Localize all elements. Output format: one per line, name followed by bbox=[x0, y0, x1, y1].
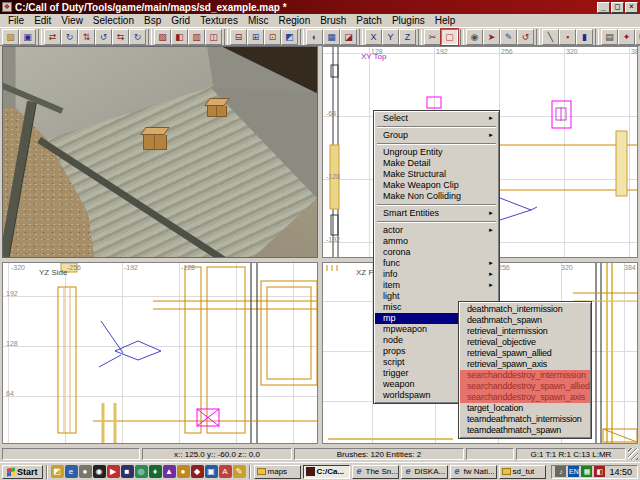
viewport-yz-side[interactable]: YZ Side bbox=[2, 262, 318, 444]
toolbar-bend-mode-icon[interactable]: ✎ bbox=[500, 29, 517, 45]
language-indicator-icon[interactable]: EN bbox=[568, 466, 579, 477]
submenu-item-deathmatch-spawn[interactable]: deathmatch_spawn bbox=[460, 315, 590, 326]
toolbar-axis-x-icon[interactable]: X bbox=[365, 29, 382, 45]
toolbar-rotate-x-icon[interactable]: ↻ bbox=[61, 29, 78, 45]
menu-plugins[interactable]: Plugins bbox=[387, 14, 430, 27]
menu-file[interactable]: File bbox=[3, 14, 29, 27]
viewport-3d-camera[interactable] bbox=[2, 46, 318, 258]
context-item-corona[interactable]: corona bbox=[375, 247, 498, 258]
toolbar-free-rotation-icon[interactable]: ↺ bbox=[517, 29, 534, 45]
volume-icon[interactable]: ♪ bbox=[555, 466, 566, 477]
toolbar-csg-subtract-icon[interactable]: ⊟ bbox=[230, 29, 247, 45]
toolbar-flip-y-icon[interactable]: ⇅ bbox=[78, 29, 95, 45]
toolbar-axis-z-icon[interactable]: Z bbox=[399, 29, 416, 45]
toolbar-texture-view-icon[interactable]: ▦ bbox=[323, 29, 340, 45]
tray-app-1-icon[interactable]: ▦ bbox=[581, 466, 592, 477]
toolbar-select-complete-tall-icon[interactable]: ▧ bbox=[154, 29, 171, 45]
submenu-item-retrieval-spawn-allied[interactable]: retrieval_spawn_allied bbox=[460, 348, 590, 359]
submenu-item-teamdeathmatch-intermission[interactable]: teamdeathmatch_intermission bbox=[460, 414, 590, 425]
submenu-item-retrieval-objective[interactable]: retrieval_objective bbox=[460, 337, 590, 348]
taskbar-task-sd-tut[interactable]: sd_tut bbox=[499, 465, 546, 479]
resize-grip[interactable] bbox=[628, 448, 638, 460]
toolbar-texture-flush-icon[interactable]: ✦ bbox=[618, 29, 635, 45]
toolbar-rotate-z-icon[interactable]: ↻ bbox=[129, 29, 146, 45]
submenu-item-deathmatch-intermission[interactable]: deathmatch_intermission bbox=[460, 304, 590, 315]
maximize-button[interactable]: □ bbox=[611, 2, 624, 13]
toolbar-console-window-icon[interactable]: ▤ bbox=[601, 29, 618, 45]
toolbar-select-partial-tall-icon[interactable]: ▥ bbox=[188, 29, 205, 45]
toolbar-select-inside-icon[interactable]: ◫ bbox=[205, 29, 222, 45]
menu-patch[interactable]: Patch bbox=[351, 14, 387, 27]
taskbar-task-maps[interactable]: maps bbox=[254, 465, 301, 479]
toolbar-save-file-icon[interactable]: ▣ bbox=[19, 29, 36, 45]
quicklaunch-icon-2[interactable]: e bbox=[65, 465, 78, 478]
close-button[interactable]: × bbox=[625, 2, 638, 13]
quicklaunch-icon-11[interactable]: ◆ bbox=[191, 465, 204, 478]
context-item-info[interactable]: info► bbox=[375, 269, 498, 280]
quicklaunch-icon-10[interactable]: ● bbox=[177, 465, 190, 478]
taskbar-task-fw-nati-[interactable]: efw Nati... bbox=[450, 465, 497, 479]
context-item-select[interactable]: Select► bbox=[375, 113, 498, 124]
taskbar-task-c-ca-[interactable]: C:/Ca... bbox=[303, 465, 350, 479]
submenu-item-retrieval-spawn-axis[interactable]: retrieval_spawn_axis bbox=[460, 359, 590, 370]
menu-brush[interactable]: Brush bbox=[315, 14, 351, 27]
menu-textures[interactable]: Textures bbox=[195, 14, 243, 27]
toolbar-edge-mode-icon[interactable]: ▮ bbox=[576, 29, 593, 45]
quicklaunch-icon-1[interactable]: ◩ bbox=[51, 465, 64, 478]
context-item-func[interactable]: func► bbox=[375, 258, 498, 269]
menu-grid[interactable]: Grid bbox=[166, 14, 195, 27]
context-item-ungroup-entity[interactable]: Ungroup Entity bbox=[375, 147, 498, 158]
toolbar-open-file-icon[interactable]: ▨ bbox=[2, 29, 19, 45]
quicklaunch-icon-3[interactable]: ● bbox=[79, 465, 92, 478]
menu-misc[interactable]: Misc bbox=[243, 14, 274, 27]
toolbar-entity-color-icon[interactable]: E= bbox=[635, 29, 640, 45]
menu-help[interactable]: Help bbox=[430, 14, 461, 27]
menu-region[interactable]: Region bbox=[274, 14, 316, 27]
toolbar-entity-inspector-icon[interactable]: ◪ bbox=[340, 29, 357, 45]
toolbar-line-tool-icon[interactable]: ╲ bbox=[542, 29, 559, 45]
menu-view[interactable]: View bbox=[56, 14, 88, 27]
quicklaunch-icon-8[interactable]: ♦ bbox=[149, 465, 162, 478]
quicklaunch-icon-7[interactable]: ◎ bbox=[135, 465, 148, 478]
toolbar-csg-merge-icon[interactable]: ⊞ bbox=[247, 29, 264, 45]
tray-app-2-icon[interactable]: ◧ bbox=[594, 466, 605, 477]
toolbar-select-touching-icon[interactable]: ◧ bbox=[171, 29, 188, 45]
submenu-item-searchanddestroy-spawn-allied[interactable]: searchanddestroy_spawn_allied bbox=[460, 381, 590, 392]
menu-bsp[interactable]: Bsp bbox=[139, 14, 166, 27]
context-item-make-detail[interactable]: Make Detail bbox=[375, 158, 498, 169]
start-button[interactable]: Start bbox=[2, 465, 43, 479]
taskbar-task-the-sn-[interactable]: eThe Sn... bbox=[352, 465, 399, 479]
submenu-item-retrieval-intermission[interactable]: retrieval_intermission bbox=[460, 326, 590, 337]
submenu-item-searchanddestroy-intermission[interactable]: searchanddestroy_intermission bbox=[460, 370, 590, 381]
context-item-make-weapon-clip[interactable]: Make Weapon Clip bbox=[375, 180, 498, 191]
menu-selection[interactable]: Selection bbox=[88, 14, 139, 27]
submenu-item-teamdeathmatch-spawn[interactable]: teamdeathmatch_spawn bbox=[460, 425, 590, 436]
quicklaunch-icon-5[interactable]: ▶ bbox=[107, 465, 120, 478]
taskbar-task-diska-[interactable]: eDISKA... bbox=[401, 465, 448, 479]
toolbar-clip-selection-icon[interactable]: ✂ bbox=[424, 29, 441, 45]
quicklaunch-icon-4[interactable]: ◉ bbox=[93, 465, 106, 478]
toolbar-show-entities-icon[interactable]: ◉ bbox=[466, 29, 483, 45]
context-item-smart-entities[interactable]: Smart Entities► bbox=[375, 208, 498, 219]
toolbar-clipper-icon[interactable]: ◩ bbox=[281, 29, 298, 45]
context-item-item[interactable]: item► bbox=[375, 280, 498, 291]
toolbar-flip-x-icon[interactable]: ⇄ bbox=[44, 29, 61, 45]
quicklaunch-icon-14[interactable]: ✎ bbox=[233, 465, 246, 478]
quicklaunch-icon-12[interactable]: ▣ bbox=[205, 465, 218, 478]
context-item-ammo[interactable]: ammo bbox=[375, 236, 498, 247]
toolbar-flip-z-icon[interactable]: ⇆ bbox=[112, 29, 129, 45]
context-item-make-structural[interactable]: Make Structural bbox=[375, 169, 498, 180]
toolbar-hollow-icon[interactable]: ⊡ bbox=[264, 29, 281, 45]
context-item-group[interactable]: Group► bbox=[375, 130, 498, 141]
submenu-item-searchanddestroy-spawn-axis[interactable]: searchanddestroy_spawn_axis bbox=[460, 392, 590, 403]
toolbar-vertex-mode-icon[interactable]: ▪ bbox=[559, 29, 576, 45]
toolbar-cubic-clipping-icon[interactable]: ▢ bbox=[441, 29, 458, 45]
quicklaunch-icon-13[interactable]: A bbox=[219, 465, 232, 478]
toolbar-rotate-y-icon[interactable]: ↺ bbox=[95, 29, 112, 45]
toolbar-patch-drill-icon[interactable]: ➤ bbox=[483, 29, 500, 45]
minimize-button[interactable]: _ bbox=[597, 2, 610, 13]
titlebar[interactable]: ❖ C:/Call of Duty/Tools/game/main/maps/s… bbox=[0, 0, 640, 14]
submenu-item-target-location[interactable]: target_location bbox=[460, 403, 590, 414]
toolbar-change-views-icon[interactable]: ◐ bbox=[306, 29, 323, 45]
quicklaunch-icon-9[interactable]: ▲ bbox=[163, 465, 176, 478]
